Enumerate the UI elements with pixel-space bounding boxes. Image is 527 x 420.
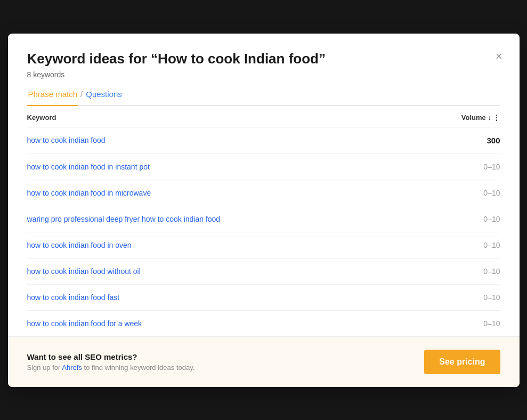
table-row: how to cook indian food without oil0–10 [27,258,500,284]
footer-sub-prefix: Sign up for [27,364,62,371]
modal-body: Keyword Volume ↓ ⋮ how to cook indian fo… [8,106,520,336]
modal-title: Keyword ideas for “How to cook Indian fo… [27,51,500,67]
table-row: waring pro professional deep fryer how t… [27,206,500,232]
footer-text-block: Want to see all SEO metrics? Sign up for… [27,352,195,371]
modal-subtitle: 8 keywords [27,70,500,79]
tab-phrase-match[interactable]: Phrase match [27,90,79,106]
close-button[interactable]: × [493,49,505,64]
overlay: Keyword ideas for “How to cook Indian fo… [0,0,527,420]
table-row: how to cook indian food in instant pot0–… [27,154,500,180]
keyword-cell: how to cook indian food [27,127,421,154]
volume-cell: 0–10 [421,232,500,258]
keywords-table: Keyword Volume ↓ ⋮ how to cook indian fo… [27,106,500,336]
table-row: how to cook indian food for a week0–10 [27,310,500,336]
keyword-link[interactable]: how to cook indian food for a week [27,319,142,328]
tab-separator: / [80,90,83,105]
table-row: how to cook indian food in microwave0–10 [27,180,500,206]
modal-header: Keyword ideas for “How to cook Indian fo… [8,34,520,106]
volume-cell: 0–10 [421,206,500,232]
volume-cell: 300 [421,127,500,154]
keyword-cell: how to cook indian food fast [27,284,421,310]
volume-cell: 0–10 [421,258,500,284]
column-keyword: Keyword [27,106,421,127]
modal-footer: Want to see all SEO metrics? Sign up for… [8,336,520,387]
keyword-cell: how to cook indian food in instant pot [27,154,421,180]
volume-cell: 0–10 [421,180,500,206]
keyword-link[interactable]: how to cook indian food without oil [27,267,141,276]
table-header-row: Keyword Volume ↓ ⋮ [27,106,500,127]
keyword-cell: how to cook indian food in oven [27,232,421,258]
keyword-link[interactable]: how to cook indian food in instant pot [27,163,150,171]
table-row: how to cook indian food fast0–10 [27,284,500,310]
keyword-link[interactable]: waring pro professional deep fryer how t… [27,215,221,223]
table-row: how to cook indian food in oven0–10 [27,232,500,258]
keyword-link[interactable]: how to cook indian food [27,136,106,144]
footer-brand: Ahrefs [62,364,82,371]
keyword-link[interactable]: how to cook indian food in oven [27,241,132,249]
volume-cell: 0–10 [421,284,500,310]
footer-sub-suffix: to find winning keyword ideas today. [82,364,195,371]
keyword-link[interactable]: how to cook indian food fast [27,293,120,302]
modal: Keyword ideas for “How to cook Indian fo… [8,34,520,387]
keyword-link[interactable]: how to cook indian food in microwave [27,189,151,197]
footer-main-text: Want to see all SEO metrics? [27,352,195,361]
footer-sub-text: Sign up for Ahrefs to find winning keywo… [27,364,195,371]
see-pricing-button[interactable]: See pricing [424,350,500,374]
tabs-container: Phrase match / Questions [27,90,500,106]
keyword-cell: how to cook indian food in microwave [27,180,421,206]
keyword-cell: how to cook indian food without oil [27,258,421,284]
volume-cell: 0–10 [421,310,500,336]
volume-cell: 0–10 [421,154,500,180]
tab-questions[interactable]: Questions [85,90,123,106]
table-row: how to cook indian food300 [27,127,500,154]
keyword-cell: how to cook indian food for a week [27,310,421,336]
keyword-cell: waring pro professional deep fryer how t… [27,206,421,232]
table-body: how to cook indian food300how to cook in… [27,127,500,336]
column-volume: Volume ↓ ⋮ [421,106,500,127]
